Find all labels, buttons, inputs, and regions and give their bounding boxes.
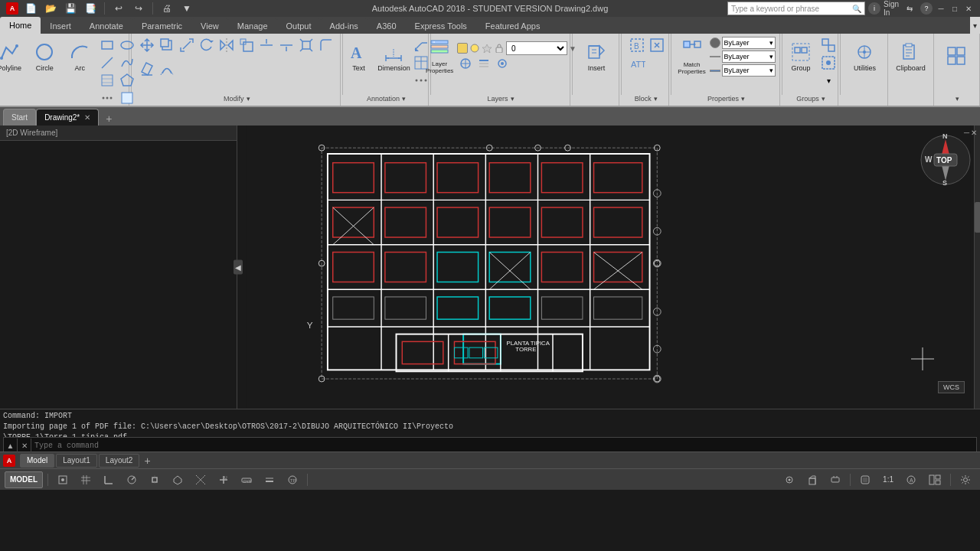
line-btn[interactable] bbox=[98, 54, 116, 71]
tab-parametric[interactable]: Parametric bbox=[132, 18, 191, 34]
model-label[interactable]: MODEL bbox=[5, 471, 43, 488]
group-btn[interactable]: Group bbox=[784, 37, 818, 77]
3dosnap-btn[interactable] bbox=[168, 471, 188, 488]
search-field[interactable]: Type a keyword or phrase bbox=[731, 5, 819, 13]
create-block-btn[interactable]: B bbox=[628, 37, 646, 54]
lwt-btn[interactable] bbox=[260, 471, 279, 488]
doc-tab-drawing2[interactable]: Drawing2* ✕ bbox=[36, 109, 99, 126]
model-viewport-btn[interactable] bbox=[924, 471, 946, 488]
color-btn[interactable] bbox=[710, 37, 720, 48]
layer-lock-icon[interactable] bbox=[494, 43, 505, 54]
stretch-btn[interactable] bbox=[178, 37, 196, 54]
ortho-btn[interactable] bbox=[99, 471, 119, 488]
rotate-btn[interactable] bbox=[198, 37, 216, 54]
polar-btn[interactable] bbox=[122, 471, 142, 488]
trim-btn[interactable] bbox=[257, 37, 276, 54]
groups-more-btn[interactable]: ▾ bbox=[819, 72, 838, 89]
ducs-btn[interactable]: U bbox=[214, 471, 234, 488]
view-btn[interactable] bbox=[939, 37, 973, 77]
tab-a360[interactable]: A360 bbox=[368, 18, 406, 34]
doc-tab-start[interactable]: Start bbox=[3, 109, 36, 126]
hatch-btn[interactable] bbox=[98, 72, 116, 89]
viewport-minimize-btn[interactable]: ─ bbox=[964, 129, 969, 137]
minimize-btn[interactable]: ─ bbox=[936, 3, 946, 14]
new-file-btn[interactable]: 📄 bbox=[23, 1, 38, 16]
tab-output[interactable]: Output bbox=[277, 18, 321, 34]
layer-properties-btn[interactable]: LayerProperties bbox=[425, 37, 454, 75]
qa-dropdown[interactable]: ▼ bbox=[179, 1, 194, 16]
layers-label[interactable]: Layers ▾ bbox=[488, 95, 514, 104]
drawing2-close-btn[interactable]: ✕ bbox=[84, 113, 90, 122]
tab-annotate[interactable]: Annotate bbox=[80, 18, 132, 34]
hardware-accel-btn[interactable] bbox=[855, 471, 875, 488]
save-btn[interactable]: 💾 bbox=[63, 1, 78, 16]
panel-collapse-btn[interactable]: ◀ bbox=[234, 260, 243, 275]
clipboard-btn[interactable]: Clipboard bbox=[893, 37, 927, 77]
copy-btn[interactable] bbox=[158, 37, 176, 54]
add-layout-btn[interactable]: + bbox=[141, 455, 153, 467]
osnap-btn[interactable] bbox=[145, 471, 165, 488]
circle-btn[interactable]: Circle bbox=[28, 37, 61, 77]
move-btn[interactable] bbox=[138, 37, 156, 54]
arc-btn[interactable]: Arc bbox=[63, 37, 96, 77]
v-scrollbar[interactable] bbox=[974, 126, 980, 409]
ungroup-btn[interactable] bbox=[819, 37, 838, 54]
insert-btn[interactable]: Insert bbox=[580, 37, 613, 77]
explode-btn[interactable] bbox=[297, 37, 315, 54]
linetype-btn[interactable] bbox=[710, 56, 720, 57]
display-tools-btn[interactable] bbox=[825, 471, 845, 488]
close-btn[interactable]: ✕ bbox=[963, 3, 974, 14]
fillet-btn[interactable] bbox=[317, 37, 335, 54]
tab-home[interactable]: Home bbox=[0, 17, 41, 34]
zoom-scale-btn[interactable]: 1:1 bbox=[878, 471, 898, 488]
block-editor-btn[interactable] bbox=[648, 37, 666, 54]
more-draw-btn[interactable] bbox=[98, 90, 116, 106]
polyline-btn[interactable]: Polyline bbox=[0, 37, 26, 77]
match-properties-btn[interactable]: MatchProperties bbox=[678, 37, 707, 76]
otrack-btn[interactable] bbox=[191, 471, 211, 488]
view-group-label[interactable]: ▾ bbox=[953, 95, 959, 104]
extend-btn[interactable] bbox=[277, 37, 296, 54]
utilities-btn[interactable]: Utilities bbox=[848, 37, 881, 77]
tab-featured-apps[interactable]: Featured Apps bbox=[476, 18, 550, 34]
canvas-area[interactable]: PLANTA TIPICA TORRE Y bbox=[237, 126, 980, 409]
undo-btn[interactable]: ↩ bbox=[111, 1, 126, 16]
erase-btn[interactable] bbox=[138, 60, 156, 77]
tab-view[interactable]: View bbox=[191, 18, 228, 34]
info-center-btn[interactable]: i bbox=[868, 2, 880, 15]
exchange-btn[interactable]: ⇆ bbox=[902, 1, 917, 16]
restore-btn[interactable]: □ bbox=[949, 3, 960, 14]
cmd-expand-btn[interactable]: ▲ bbox=[4, 439, 18, 452]
command-input[interactable] bbox=[31, 442, 976, 450]
grid-btn[interactable] bbox=[76, 471, 96, 488]
tab-insert[interactable]: Insert bbox=[41, 18, 80, 34]
redo-btn[interactable]: ↪ bbox=[131, 1, 146, 16]
snap-btn[interactable] bbox=[53, 471, 73, 488]
properties-label[interactable]: Properties ▾ bbox=[707, 95, 745, 104]
tab-addins[interactable]: Add-ins bbox=[321, 18, 368, 34]
v-scrollbar-thumb[interactable] bbox=[975, 202, 980, 233]
new-doc-btn[interactable]: + bbox=[102, 112, 116, 126]
sign-in-btn[interactable]: Sign In bbox=[884, 1, 899, 16]
layout-tab-layout1[interactable]: Layout1 bbox=[56, 454, 97, 468]
groups-label[interactable]: Groups ▾ bbox=[796, 95, 825, 104]
settings-btn[interactable] bbox=[956, 471, 975, 488]
isolate-objects-btn[interactable] bbox=[779, 471, 799, 488]
cmd-clear-btn[interactable]: ✕ bbox=[18, 439, 31, 452]
block-label[interactable]: Block ▾ bbox=[635, 95, 658, 104]
color-dropdown[interactable]: ByLayer ▾ bbox=[722, 37, 776, 49]
tab-manage[interactable]: Manage bbox=[228, 18, 277, 34]
lineweight-dropdown[interactable]: ByLayer ▾ bbox=[722, 64, 776, 77]
group-edit-btn[interactable] bbox=[819, 54, 838, 71]
rectangle-btn[interactable] bbox=[98, 37, 116, 54]
offset-btn[interactable] bbox=[158, 60, 176, 77]
open-file-btn[interactable]: 📂 bbox=[43, 1, 58, 16]
plot-btn[interactable]: 🖨 bbox=[159, 1, 175, 16]
dyn-btn[interactable]: DYN bbox=[237, 471, 256, 488]
mirror-btn[interactable] bbox=[217, 37, 236, 54]
annotation-monitor-btn[interactable]: A bbox=[901, 471, 921, 488]
save-as-btn[interactable]: 📑 bbox=[83, 1, 98, 16]
isolate-layer-btn[interactable] bbox=[494, 57, 511, 70]
linetype-dropdown[interactable]: ByLayer ▾ bbox=[722, 51, 776, 63]
lineweight-btn[interactable] bbox=[710, 70, 720, 72]
